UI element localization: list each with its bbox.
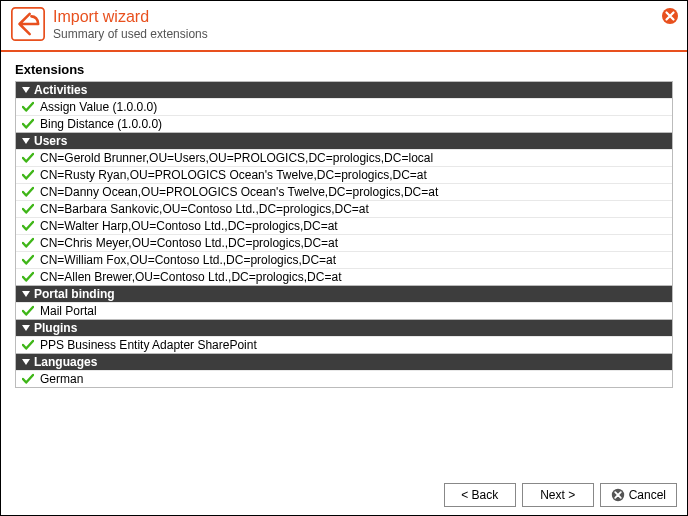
check-icon	[22, 118, 34, 130]
list-item-label: PPS Business Entity Adapter SharePoint	[40, 338, 257, 352]
close-icon[interactable]	[661, 7, 679, 25]
check-icon	[22, 203, 34, 215]
list-item-label: CN=William Fox,OU=Contoso Ltd.,DC=prolog…	[40, 253, 336, 267]
list-item[interactable]: CN=Barbara Sankovic,OU=Contoso Ltd.,DC=p…	[16, 200, 672, 217]
list-item[interactable]: CN=Allen Brewer,OU=Contoso Ltd.,DC=prolo…	[16, 268, 672, 285]
next-button[interactable]: Next >	[522, 483, 594, 507]
check-icon	[22, 220, 34, 232]
list-item-label: CN=Walter Harp,OU=Contoso Ltd.,DC=prolog…	[40, 219, 338, 233]
check-icon	[22, 254, 34, 266]
group-label: Activities	[34, 83, 87, 97]
list-item-label: Bing Distance (1.0.0.0)	[40, 117, 162, 131]
back-arrow-icon	[11, 7, 45, 41]
back-button[interactable]: < Back	[444, 483, 516, 507]
extensions-heading: Extensions	[15, 62, 673, 77]
list-item[interactable]: CN=William Fox,OU=Contoso Ltd.,DC=prolog…	[16, 251, 672, 268]
list-item[interactable]: Mail Portal	[16, 302, 672, 319]
wizard-window: Import wizard Summary of used extensions…	[0, 0, 688, 516]
list-item-label: German	[40, 372, 83, 386]
group-header[interactable]: Users	[16, 132, 672, 149]
check-icon	[22, 339, 34, 351]
check-icon	[22, 101, 34, 113]
wizard-title: Import wizard	[53, 7, 208, 26]
list-item[interactable]: CN=Gerold Brunner,OU=Users,OU=PROLOGICS,…	[16, 149, 672, 166]
wizard-header: Import wizard Summary of used extensions	[1, 1, 687, 52]
list-item-label: CN=Allen Brewer,OU=Contoso Ltd.,DC=prolo…	[40, 270, 341, 284]
check-icon	[22, 373, 34, 385]
list-item-label: CN=Rusty Ryan,OU=PROLOGICS Ocean's Twelv…	[40, 168, 427, 182]
list-item[interactable]: Assign Value (1.0.0.0)	[16, 98, 672, 115]
list-item[interactable]: CN=Chris Meyer,OU=Contoso Ltd.,DC=prolog…	[16, 234, 672, 251]
collapse-triangle-icon	[22, 359, 30, 365]
check-icon	[22, 271, 34, 283]
check-icon	[22, 152, 34, 164]
list-item-label: CN=Danny Ocean,OU=PROLOGICS Ocean's Twel…	[40, 185, 438, 199]
wizard-footer: < Back Next > Cancel	[1, 476, 687, 515]
list-item-label: CN=Barbara Sankovic,OU=Contoso Ltd.,DC=p…	[40, 202, 369, 216]
wizard-subtitle: Summary of used extensions	[53, 27, 208, 41]
list-item[interactable]: CN=Walter Harp,OU=Contoso Ltd.,DC=prolog…	[16, 217, 672, 234]
group-header[interactable]: Activities	[16, 81, 672, 98]
list-item[interactable]: Bing Distance (1.0.0.0)	[16, 115, 672, 132]
group-label: Languages	[34, 355, 97, 369]
list-item[interactable]: CN=Danny Ocean,OU=PROLOGICS Ocean's Twel…	[16, 183, 672, 200]
group-label: Users	[34, 134, 67, 148]
check-icon	[22, 305, 34, 317]
collapse-triangle-icon	[22, 138, 30, 144]
list-item[interactable]: CN=Rusty Ryan,OU=PROLOGICS Ocean's Twelv…	[16, 166, 672, 183]
cancel-label: Cancel	[629, 488, 666, 502]
group-label: Plugins	[34, 321, 77, 335]
group-header[interactable]: Plugins	[16, 319, 672, 336]
cancel-button[interactable]: Cancel	[600, 483, 677, 507]
group-label: Portal binding	[34, 287, 115, 301]
list-item-label: CN=Chris Meyer,OU=Contoso Ltd.,DC=prolog…	[40, 236, 338, 250]
check-icon	[22, 237, 34, 249]
list-item-label: CN=Gerold Brunner,OU=Users,OU=PROLOGICS,…	[40, 151, 433, 165]
list-item-label: Assign Value (1.0.0.0)	[40, 100, 157, 114]
collapse-triangle-icon	[22, 325, 30, 331]
collapse-triangle-icon	[22, 291, 30, 297]
content-area: Extensions ActivitiesAssign Value (1.0.0…	[1, 52, 687, 476]
check-icon	[22, 169, 34, 181]
group-header[interactable]: Languages	[16, 353, 672, 370]
list-item-label: Mail Portal	[40, 304, 97, 318]
cancel-icon	[611, 488, 625, 502]
list-item[interactable]: German	[16, 370, 672, 387]
group-header[interactable]: Portal binding	[16, 285, 672, 302]
collapse-triangle-icon	[22, 87, 30, 93]
header-text: Import wizard Summary of used extensions	[53, 7, 208, 42]
extensions-list: ActivitiesAssign Value (1.0.0.0)Bing Dis…	[15, 81, 673, 388]
list-item[interactable]: PPS Business Entity Adapter SharePoint	[16, 336, 672, 353]
check-icon	[22, 186, 34, 198]
